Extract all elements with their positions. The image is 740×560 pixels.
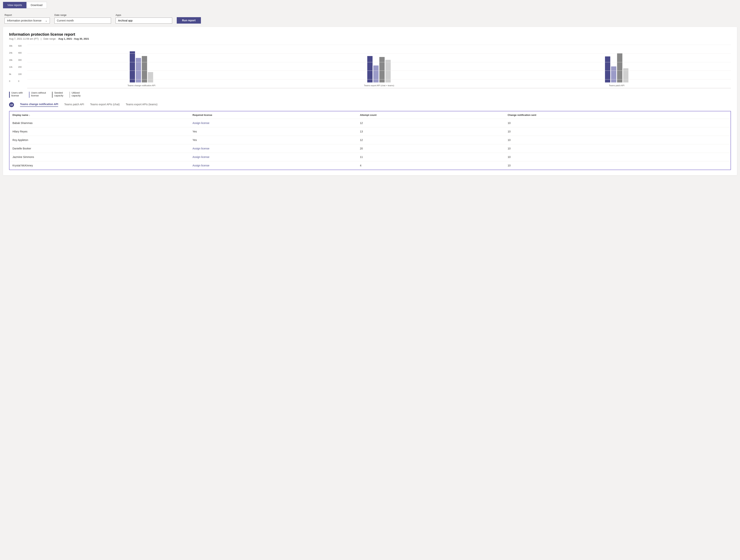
bar [617, 53, 622, 83]
y-axis-right-tick: 0 [18, 80, 27, 82]
apps-input[interactable] [115, 17, 172, 24]
view-reports-button[interactable]: View reports [3, 2, 26, 8]
bar [605, 57, 610, 83]
y-axis-right: 0100200300400500 [18, 45, 27, 88]
report-filter-label: Report [5, 14, 50, 16]
table-row: Hilary ReyesYes1310 [9, 127, 731, 136]
bar [611, 67, 616, 83]
table-cell-license: Yes [190, 127, 357, 136]
filter-bar: Report Information protection license ⌄ … [0, 10, 740, 27]
tab-item-3[interactable]: Teams export APIs (teams) [126, 103, 158, 107]
chart-area: 06k12k18k24k30k 0100200300400500 Teams c… [9, 45, 731, 88]
bar-group-label: Teams change notification API [127, 84, 155, 87]
table-cell-license[interactable]: Assign license [190, 119, 357, 127]
table-cell-attempt: 12 [357, 119, 504, 127]
table-cell-license[interactable]: Assign license [190, 161, 357, 170]
apps-label: Apps [115, 14, 172, 16]
bar [142, 56, 147, 83]
report-date-range-label: Date range: [43, 37, 56, 40]
table-cell-sent: 10 [504, 127, 731, 136]
legend-label: Utilized capacity [72, 91, 81, 97]
tab-item-2[interactable]: Teams export APIs (chat) [90, 103, 119, 107]
table-row: Roy AppletonYes1210 [9, 136, 731, 144]
bar [385, 60, 391, 83]
table-cell-license[interactable]: Assign license [190, 144, 357, 153]
bar [623, 68, 628, 83]
bar-group-label: Teams patch API [609, 84, 625, 87]
bar-group-bars [130, 45, 153, 83]
y-axis-left-tick: 0 [9, 80, 18, 82]
bar [367, 56, 373, 83]
y-axis-left-tick: 18k [9, 59, 18, 61]
tab-item-0[interactable]: Teams change notification API [20, 103, 58, 107]
chart-inner: Teams change notification APITeams expor… [27, 45, 731, 88]
bar [136, 58, 141, 83]
date-range-label: Date range [55, 14, 111, 16]
table-cell-name: Roy Appleton [9, 136, 190, 144]
legend-color-swatch [52, 92, 53, 98]
report-date-range-value: Aug 1, 2021 - Aug 30, 2021 [58, 37, 89, 40]
table-cell-sent: 10 [504, 136, 731, 144]
assign-license-link[interactable]: Assign license [193, 164, 210, 167]
legend-label: Seeded capacity [54, 91, 63, 97]
y-axis-left-tick: 24k [9, 52, 18, 54]
y-axis-right-tick: 500 [18, 45, 27, 47]
y-axis-left: 06k12k18k24k30k [9, 45, 18, 88]
download-button[interactable]: Download [26, 2, 47, 8]
y-axis-right-tick: 400 [18, 52, 27, 54]
legend-color-swatch [29, 92, 30, 98]
y-axis-right-tick: 200 [18, 66, 27, 68]
chart-legend: Users with licenseUsers without licenseS… [9, 91, 731, 98]
table-cell-name: Jazmine Simmons [9, 153, 190, 161]
table-body: Babak ShammasAssign license1210Hilary Re… [9, 119, 731, 170]
data-table-wrapper: Display name ↓Required licenseAttempt co… [9, 111, 731, 170]
assign-license-link[interactable]: Assign license [193, 121, 210, 124]
report-timestamp: Aug 7, 2021 11:59 am (PT) [9, 37, 39, 40]
legend-item: Users without license [29, 91, 46, 98]
y-axis-right-tick: 300 [18, 59, 27, 61]
tab-item-1[interactable]: Teams patch API [64, 103, 84, 107]
table-header-cell-2: Attempt count [357, 111, 504, 119]
date-range-filter-group: Date range Current month [55, 14, 111, 24]
table-cell-attempt: 4 [357, 161, 504, 170]
table-row: Danielle BookerAssign license2010 [9, 144, 731, 153]
table-cell-sent: 10 [504, 119, 731, 127]
bar [379, 57, 385, 83]
data-table: Display name ↓Required licenseAttempt co… [9, 111, 731, 170]
report-title: Information protection license report [9, 32, 731, 36]
date-range-select[interactable]: Current month [55, 17, 111, 24]
legend-label: Users with license [11, 91, 23, 97]
table-cell-license[interactable]: Assign license [190, 153, 357, 161]
legend-color-swatch [69, 92, 70, 98]
table-header-row: Display name ↓Required licenseAttempt co… [9, 111, 731, 119]
grid-line [27, 88, 731, 88]
bar-group-label: Teams export API (chat + teams) [364, 84, 394, 87]
bar [148, 72, 153, 83]
assign-license-link[interactable]: Assign license [193, 147, 210, 150]
tab-badge: 10 [9, 102, 14, 107]
assign-license-link[interactable]: Assign license [193, 155, 210, 158]
table-header-cell-1: Required license [190, 111, 357, 119]
run-report-button[interactable]: Run report [177, 17, 201, 24]
y-axis-left-tick: 30k [9, 45, 18, 47]
report-filter-group: Report Information protection license ⌄ [5, 14, 50, 24]
table-header-cell-0[interactable]: Display name ↓ [9, 111, 190, 119]
report-select[interactable]: Information protection license ⌄ [5, 17, 50, 24]
chevron-down-icon: ⌄ [45, 19, 48, 22]
legend-item: Seeded capacity [52, 91, 63, 98]
toolbar: View reports Download [0, 0, 740, 10]
table-cell-attempt: 20 [357, 144, 504, 153]
y-axis-right-tick: 100 [18, 73, 27, 75]
table-row: Jazmine SimmonsAssign license1110 [9, 153, 731, 161]
chart-bars-container: Teams change notification APITeams expor… [27, 45, 731, 88]
table-cell-name: Krystal McKinney [9, 161, 190, 170]
apps-filter-group: Apps [115, 14, 172, 24]
table-row: Krystal McKinneyAssign license410 [9, 161, 731, 170]
tabs-container: Teams change notification APITeams patch… [20, 103, 158, 107]
bar [373, 66, 379, 83]
report-meta: Aug 7, 2021 11:59 am (PT) | Date range: … [9, 37, 731, 40]
y-axis-left-tick: 12k [9, 66, 18, 68]
date-range-value: Current month [57, 19, 74, 22]
table-cell-attempt: 12 [357, 136, 504, 144]
table-row: Babak ShammasAssign license1210 [9, 119, 731, 127]
